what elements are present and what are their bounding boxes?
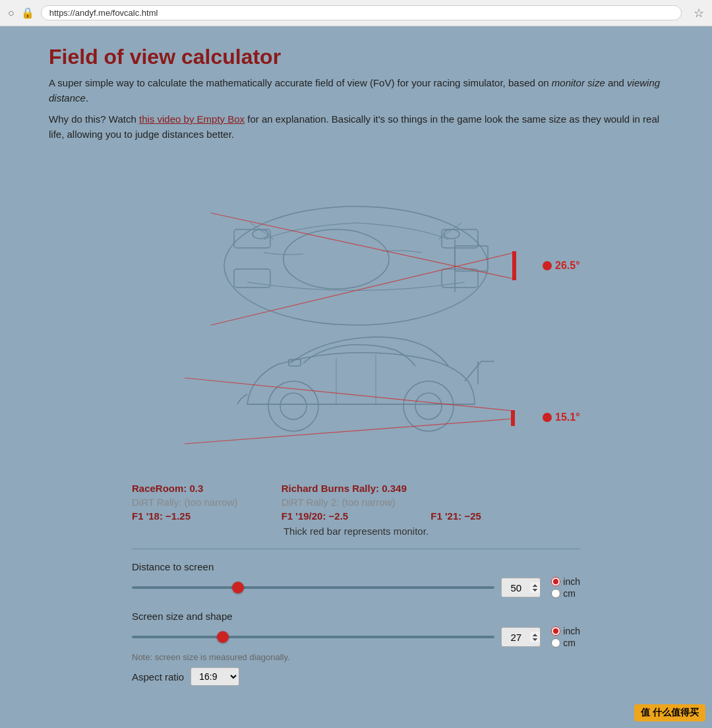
svg-line-22 (185, 378, 513, 411)
screen-slider-row: inch cm (132, 626, 580, 648)
svg-rect-24 (511, 410, 515, 426)
distance-cm-label: cm (563, 588, 576, 599)
address-bar[interactable]: https://andyf.me/fovcalc.html (41, 5, 682, 20)
watermark: 值 什么值得买 (634, 704, 705, 721)
svg-point-5 (283, 229, 389, 289)
screen-cm-label: cm (563, 638, 576, 648)
aspect-label: Aspect ratio (132, 671, 184, 682)
intro-paragraph-2: Why do this? Watch this video by Empty B… (49, 112, 663, 142)
f1-1920-value: F1 '19/20: −2.5 (282, 510, 431, 522)
screen-slider[interactable] (132, 636, 494, 638)
svg-point-13 (543, 261, 552, 270)
screen-cm-radio[interactable] (551, 638, 560, 648)
section-divider (132, 549, 580, 549)
svg-rect-12 (512, 251, 516, 280)
browser-nav-icons: ○ 🔒 (8, 7, 34, 19)
lock-icon: 🔒 (21, 7, 34, 19)
dirt-rally-value: DiRT Rally: (too narrow) (132, 497, 282, 508)
url-text: https://andyf.me/fovcalc.html (49, 8, 158, 18)
screen-input-wrap (501, 627, 541, 647)
svg-line-11 (211, 253, 514, 325)
distance-inch-label: inch (563, 576, 580, 587)
monitor-note: Thick red bar represents monitor. (132, 526, 580, 537)
screen-control: Screen size and shape inch cm (132, 611, 580, 686)
fov-diagram: 26.5° horizontal (132, 154, 580, 472)
screen-inch-option[interactable]: inch (551, 626, 580, 636)
distance-inch-option[interactable]: inch (551, 576, 580, 587)
svg-text:15.1° vertical: 15.1° vertical (555, 411, 580, 423)
distance-slider[interactable] (132, 586, 494, 589)
raceroom-value: RaceRoom: 0.3 (132, 483, 282, 494)
svg-line-23 (185, 419, 513, 444)
distance-slider-row: inch cm (132, 576, 580, 599)
controls-section: Distance to screen inch cm (132, 561, 580, 686)
aspect-ratio-row: Aspect ratio 16:9 21:9 4:3 16:10 32:9 (132, 667, 580, 686)
empty-box-link[interactable]: this video by Empty Box (139, 113, 245, 125)
screen-inch-label: inch (563, 626, 580, 636)
dirt-rally2-value: DiRT Rally 2: (too narrow) (282, 497, 431, 508)
f1-18-value: F1 '18: −1.25 (132, 510, 282, 522)
screen-label: Screen size and shape (132, 611, 580, 622)
rbr-value: Richard Burns Rally: 0.349 (282, 483, 431, 494)
screen-number-input[interactable] (501, 627, 541, 647)
distance-cm-option[interactable]: cm (551, 588, 576, 599)
distance-number-input[interactable] (501, 578, 541, 597)
distance-inch-radio[interactable] (551, 577, 560, 586)
game-values-grid: RaceRoom: 0.3 Richard Burns Rally: 0.349… (132, 483, 580, 522)
screen-unit-toggle: inch cm (551, 626, 580, 648)
screen-note: Note: screen size is measured diagonally… (132, 652, 580, 662)
screen-inch-radio[interactable] (551, 626, 560, 636)
f1-21-value: F1 '21: −25 (430, 510, 580, 522)
svg-point-18 (415, 393, 442, 419)
svg-text:26.5° horizontal: 26.5° horizontal (555, 260, 580, 271)
page-title: Field of view calculator (49, 45, 663, 69)
aspect-select[interactable]: 16:9 21:9 4:3 16:10 32:9 (191, 667, 239, 686)
svg-point-25 (543, 413, 552, 422)
browser-chrome: ○ 🔒 https://andyf.me/fovcalc.html ☆ (0, 0, 712, 26)
distance-unit-toggle: inch cm (551, 576, 580, 599)
page-content: Field of view calculator A super simple … (33, 26, 679, 724)
distance-input-wrap (501, 578, 541, 597)
distance-control: Distance to screen inch cm (132, 561, 580, 599)
circle-icon: ○ (8, 7, 15, 19)
distance-label: Distance to screen (132, 561, 580, 572)
distance-cm-radio[interactable] (551, 589, 560, 598)
svg-point-16 (280, 393, 307, 419)
favorite-icon[interactable]: ☆ (694, 6, 704, 20)
intro-paragraph-1: A super simple way to calculate the math… (49, 76, 663, 106)
screen-cm-option[interactable]: cm (551, 638, 576, 648)
